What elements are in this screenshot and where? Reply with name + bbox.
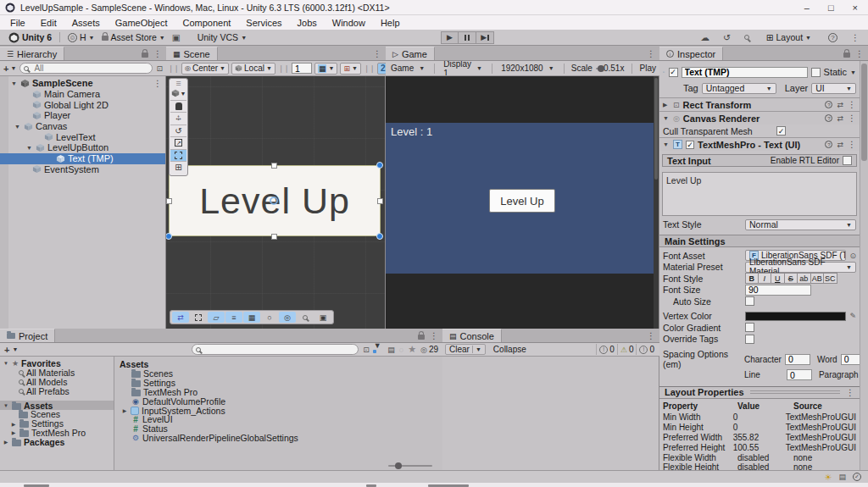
underline-toggle[interactable]: U (771, 273, 785, 284)
object-name-input[interactable] (682, 67, 808, 78)
package-manager-icon[interactable]: ▣ (169, 31, 184, 44)
foldout-icon[interactable]: ▼ (663, 115, 670, 121)
rotate-tool-button[interactable]: ↺ (170, 125, 186, 137)
italic-toggle[interactable]: I (759, 273, 772, 284)
rtl-checkbox[interactable] (843, 156, 852, 165)
play-button[interactable]: ▶ (441, 31, 459, 44)
layout-properties-header[interactable]: Layout Properties ⋮ (659, 386, 860, 399)
asset-store-dropdown[interactable]: Asset Store▼ (98, 31, 169, 44)
close-button[interactable]: × (853, 3, 858, 13)
unity-vcs-dropdown[interactable]: Unity VCS▼ (194, 31, 250, 44)
maximize-button[interactable]: □ (828, 3, 834, 13)
folder-item[interactable]: ▶Settings (0, 419, 114, 429)
favorites-item[interactable]: All Materials (0, 368, 114, 378)
asset-item[interactable]: TextMesh Pro (120, 388, 442, 397)
asset-item[interactable]: ▶InputSystem_Actions (120, 406, 442, 415)
hierarchy-row[interactable]: EventSystem (0, 164, 165, 175)
hierarchy-row[interactable]: Main Camera (0, 89, 165, 100)
game-scrollbar[interactable] (654, 76, 659, 329)
menu-jobs[interactable]: Jobs (291, 16, 324, 29)
cull-transparent-mesh-checkbox[interactable]: ✓ (776, 126, 786, 136)
smallcaps-toggle[interactable]: SC (824, 273, 837, 284)
snap-increment-dropdown[interactable]: ⊞▼ (340, 63, 360, 75)
scene-viewport[interactable]: Level Up ☰ ▼ ↔↕ ↺ ⊞ ⇄ ▱ ≡ ▦ ○ ◎ (166, 76, 386, 329)
tab-console[interactable]: ▤Console (442, 329, 502, 342)
code-coverage-icon[interactable]: ✓ (853, 473, 861, 481)
bold-toggle[interactable]: B (745, 273, 759, 284)
rect-handle-bottom[interactable] (271, 234, 277, 240)
uppercase-toggle[interactable]: AB (811, 273, 825, 284)
lowercase-toggle[interactable]: ab (798, 273, 811, 284)
search-icon[interactable] (297, 312, 314, 323)
kebab-icon[interactable]: ⋮ (848, 100, 856, 109)
text-style-dropdown[interactable]: Normal▼ (745, 219, 856, 230)
hierarchy-row[interactable]: LevelText (0, 131, 165, 142)
pivot-handle[interactable] (270, 196, 278, 205)
lock-icon[interactable] (843, 53, 850, 58)
rect-tool-button[interactable] (170, 149, 186, 162)
account-dropdown[interactable]: ☺H▼ (64, 31, 98, 44)
palette-drag-handle[interactable]: ☰ (175, 80, 181, 87)
visibility-count[interactable]: ◎29 (420, 345, 438, 354)
scale-tool-button[interactable] (170, 136, 186, 149)
active-checkbox[interactable]: ✓ (669, 68, 678, 77)
asset-item[interactable]: #LevelUI (120, 415, 442, 424)
2d-mode-toggle[interactable]: 2D (377, 63, 386, 75)
warning-count-badge[interactable]: ⚠0 (617, 344, 637, 355)
unity-hub-button[interactable]: Unity 6 (5, 31, 55, 44)
skew-gizmo-icon[interactable]: ▱ (208, 312, 225, 323)
inspector-scrollbar[interactable] (860, 61, 868, 470)
menu-help[interactable]: Help (374, 16, 407, 29)
asset-item[interactable]: ◉DefaultVolumeProfile (120, 396, 442, 406)
kebab-icon[interactable]: ⋮ (848, 140, 856, 149)
component-enabled-checkbox[interactable]: ✓ (686, 141, 694, 149)
rect-handle-top[interactable] (271, 163, 277, 169)
kebab-icon[interactable]: ⋮ (848, 113, 856, 123)
filter-by-type-icon[interactable]: ▼ (374, 341, 383, 358)
display-dropdown[interactable]: Display 1▼ (442, 61, 484, 76)
menu-assets[interactable]: Assets (65, 16, 107, 29)
game-levelup-button[interactable]: Level Up (489, 189, 555, 213)
hierarchy-row[interactable]: Player (0, 110, 165, 121)
info-count-badge[interactable]: !0 (596, 344, 617, 355)
console-log-area[interactable] (442, 357, 659, 470)
minimize-button[interactable]: – (804, 3, 810, 13)
help-icon[interactable]: ? (828, 33, 837, 42)
character-spacing-input[interactable] (785, 354, 810, 365)
rect-handle-left[interactable] (166, 198, 172, 204)
menu-component[interactable]: Component (175, 16, 237, 29)
move-tool-button[interactable]: ↔↕ (170, 112, 186, 125)
presets-icon[interactable]: ⇄ (837, 101, 843, 109)
scene-picking-icon[interactable]: ▣ (314, 312, 331, 323)
hierarchy-row[interactable]: ▼ LevelUpButton (0, 142, 165, 153)
toolbar-kebab-icon[interactable]: ⋮ (851, 33, 860, 42)
menu-file[interactable]: File (3, 16, 32, 29)
hierarchy-row[interactable]: Global Light 2D (0, 99, 165, 110)
search-picker-icon[interactable]: ⊡ (156, 64, 163, 73)
tool-handle-rotation-dropdown[interactable]: Local▼ (231, 63, 275, 75)
help-icon[interactable]: ? (825, 141, 832, 148)
rect-corner-bottomright[interactable] (376, 233, 383, 240)
line-spacing-input[interactable] (787, 369, 812, 380)
foldout-icon[interactable]: ▶ (663, 102, 670, 108)
gameobject-icon[interactable] (663, 64, 665, 80)
tab-project[interactable]: Project (0, 329, 55, 342)
rect-corner-bottomleft[interactable] (166, 233, 172, 240)
color-gradient-checkbox[interactable] (745, 323, 754, 332)
error-count-badge[interactable]: !0 (636, 344, 657, 355)
text-value-textarea[interactable]: Level Up (662, 172, 857, 216)
hierarchy-row-selected[interactable]: Text (TMP) (0, 153, 165, 164)
search-picker-icon[interactable]: ⊡ (363, 346, 370, 354)
favorites-star-icon[interactable]: ★ (408, 344, 416, 355)
view-tool-button[interactable] (170, 100, 186, 113)
history-icon[interactable]: ↺ (723, 32, 731, 42)
favorites-item[interactable]: All Models (0, 378, 114, 387)
menu-gameobject[interactable]: GameObject (108, 16, 175, 29)
rect-select-icon[interactable] (190, 312, 207, 323)
folder-item[interactable]: ▶TextMesh Pro (0, 429, 114, 438)
tab-hierarchy[interactable]: ☰Hierarchy (0, 47, 64, 60)
resolution-dropdown[interactable]: 1920x1080▼ (499, 64, 555, 73)
static-dropdown-icon[interactable]: ▼ (850, 69, 856, 75)
foldout-icon[interactable]: ▼ (10, 80, 18, 86)
layout-dropdown[interactable]: ⊞Layout▼ (763, 31, 815, 44)
